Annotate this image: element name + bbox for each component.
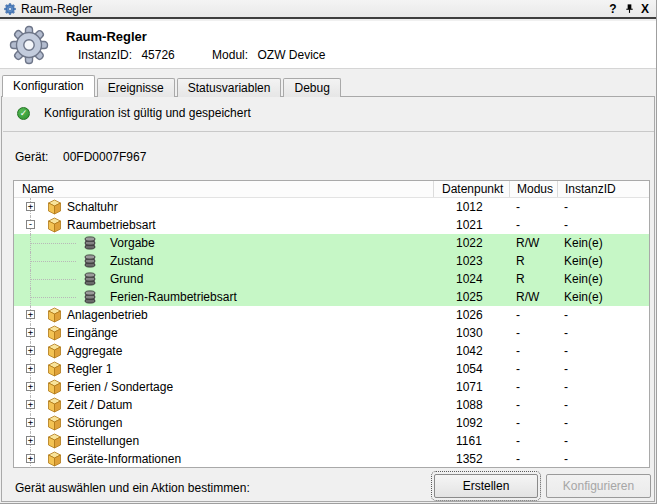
expand-toggle-icon[interactable]: + <box>26 346 35 355</box>
tree-row[interactable]: + Geräte-Informationen 1352 - - <box>14 450 649 468</box>
tab-debug[interactable]: Debug <box>283 78 340 97</box>
row-modus: - <box>516 414 520 432</box>
row-name: Anlagenbetrieb <box>67 306 148 324</box>
row-datenpunkt: 1021 <box>456 216 483 234</box>
expand-toggle-icon[interactable]: + <box>26 400 35 409</box>
row-instanzid: Kein(e) <box>564 234 603 252</box>
row-instanzid: - <box>564 396 568 414</box>
row-datenpunkt: 1022 <box>456 234 483 252</box>
help-button[interactable]: ? <box>605 2 621 16</box>
tab-statusvariablen[interactable]: Statusvariablen <box>177 78 282 97</box>
expand-toggle-icon[interactable]: + <box>26 382 35 391</box>
row-modus: - <box>516 396 520 414</box>
row-modus: - <box>516 360 520 378</box>
tree-row[interactable]: Zustand 1023 R Kein(e) <box>14 252 649 270</box>
datapoint-icon <box>84 236 96 250</box>
tree-row[interactable]: Vorgabe 1022 R/W Kein(e) <box>14 234 649 252</box>
row-instanzid: Kein(e) <box>564 288 603 306</box>
app-gear-icon <box>4 3 16 15</box>
expand-toggle-icon[interactable]: + <box>26 436 35 445</box>
row-modus: - <box>516 306 520 324</box>
row-datenpunkt: 1352 <box>456 450 483 468</box>
row-name: Aggregate <box>67 342 122 360</box>
row-name: Ferien / Sondertage <box>67 378 173 396</box>
column-header-modus[interactable]: Modus <box>509 181 557 197</box>
expand-toggle-icon[interactable]: + <box>26 310 35 319</box>
row-instanzid: - <box>564 432 568 450</box>
expand-toggle-icon[interactable]: + <box>26 202 35 211</box>
expand-toggle-icon[interactable]: + <box>26 418 35 427</box>
row-modus: R/W <box>516 234 539 252</box>
modul-label: Modul: <box>212 48 248 62</box>
tree-row[interactable]: + Regler 1 1054 - - <box>14 360 649 378</box>
expand-toggle-icon[interactable]: + <box>26 364 35 373</box>
window-title: Raum-Regler <box>21 2 92 16</box>
status-message: Konfiguration ist gültig und gespeichert <box>44 106 251 120</box>
configure-button[interactable]: Konfigurieren <box>546 474 651 498</box>
row-instanzid: - <box>564 216 568 234</box>
tree-row[interactable]: - Raumbetriebsart 1021 - - <box>14 216 649 234</box>
folder-icon <box>46 451 63 467</box>
device-label: Gerät: <box>15 150 48 164</box>
tree-row[interactable]: + Störungen 1092 - - <box>14 414 649 432</box>
separator <box>3 131 654 132</box>
row-datenpunkt: 1023 <box>456 252 483 270</box>
pin-button[interactable] <box>621 2 637 16</box>
tab-strip: KonfigurationEreignisseStatusvariablenDe… <box>2 75 343 97</box>
folder-icon <box>46 415 63 431</box>
datapoint-icon <box>84 254 96 268</box>
column-header-datenpunkt[interactable]: Datenpunkt <box>433 181 509 197</box>
tab-ereignisse[interactable]: Ereignisse <box>97 78 175 97</box>
column-header-instanzid[interactable]: InstanzID <box>557 181 649 197</box>
tree-line <box>30 279 76 280</box>
tree-row[interactable]: + Einstellungen 1161 - - <box>14 432 649 450</box>
tab-konfiguration[interactable]: Konfiguration <box>2 75 95 97</box>
row-datenpunkt: 1025 <box>456 288 483 306</box>
row-modus: - <box>516 450 520 468</box>
row-instanzid: - <box>564 324 568 342</box>
tree-row[interactable]: + Anlagenbetrieb 1026 - - <box>14 306 649 324</box>
row-modus: - <box>516 342 520 360</box>
footer-prompt: Gerät auswählen und ein Aktion bestimmen… <box>15 481 250 495</box>
row-modus: - <box>516 378 520 396</box>
folder-icon <box>46 307 63 323</box>
tree-row[interactable]: Grund 1024 R Kein(e) <box>14 270 649 288</box>
folder-icon <box>46 397 63 413</box>
tree-body: + Schaltuhr 1012 - - - Raumbetriebsart 1… <box>14 198 649 468</box>
row-name: Schaltuhr <box>67 198 118 216</box>
tree-line <box>30 297 76 298</box>
folder-icon <box>46 199 63 215</box>
titlebar: Raum-Regler ? X <box>0 0 657 19</box>
row-datenpunkt: 1024 <box>456 270 483 288</box>
row-modus: - <box>516 432 520 450</box>
column-header-name[interactable]: Name <box>22 181 54 197</box>
tree-row[interactable]: + Eingänge 1030 - - <box>14 324 649 342</box>
modul-value: OZW Device <box>257 48 325 62</box>
row-modus: R/W <box>516 288 539 306</box>
tree-row[interactable]: Ferien-Raumbetriebsart 1025 R/W Kein(e) <box>14 288 649 306</box>
expand-toggle-icon[interactable]: - <box>26 220 35 229</box>
row-instanzid: - <box>564 306 568 324</box>
konfiguration-tab-page: ✓ Konfiguration ist gültig und gespeiche… <box>1 96 655 502</box>
header: Raum-Regler InstanzID: 45726 Modul: OZW … <box>0 21 657 69</box>
row-datenpunkt: 1030 <box>456 324 483 342</box>
tree-row[interactable]: + Aggregate 1042 - - <box>14 342 649 360</box>
tree-row[interactable]: + Ferien / Sondertage 1071 - - <box>14 378 649 396</box>
datapoint-table: Name Datenpunkt Modus InstanzID + Schalt… <box>13 180 650 468</box>
close-button[interactable]: X <box>637 2 653 16</box>
tree-line <box>30 261 76 262</box>
instanzid-label: InstanzID: <box>78 48 132 62</box>
row-modus: R <box>516 252 525 270</box>
tree-row[interactable]: + Zeit / Datum 1088 - - <box>14 396 649 414</box>
row-datenpunkt: 1088 <box>456 396 483 414</box>
expand-toggle-icon[interactable]: + <box>26 454 35 463</box>
row-modus: - <box>516 216 520 234</box>
expand-toggle-icon[interactable]: + <box>26 328 35 337</box>
gear-icon <box>9 25 49 65</box>
folder-icon <box>46 433 63 449</box>
folder-icon <box>46 343 63 359</box>
row-name: Geräte-Informationen <box>67 450 181 468</box>
tree-row[interactable]: + Schaltuhr 1012 - - <box>14 198 649 216</box>
create-button[interactable]: Erstellen <box>434 474 538 498</box>
instanzid-value: 45726 <box>141 48 174 62</box>
